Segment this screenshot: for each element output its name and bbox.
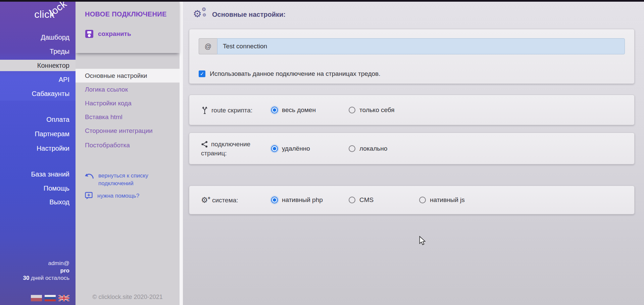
only-self-label: только себя — [359, 106, 395, 114]
sidebar-item-help[interactable]: Помощь — [0, 183, 76, 194]
system-card: система: нативный php CMS нативный js — [189, 186, 635, 214]
copyright-text: © clicklock.site 2020-2021 — [76, 294, 180, 301]
route-icon — [201, 106, 208, 114]
connection-name-input[interactable] — [217, 38, 625, 54]
undo-arrow-icon — [85, 173, 94, 179]
gears-icon — [193, 9, 207, 20]
tab-main-settings[interactable]: Основные настройки — [76, 69, 180, 83]
route-script-label: route скрипта: — [201, 105, 260, 114]
native-php-label: нативный php — [282, 196, 323, 204]
sidebar: click lock Дашборд Треды Коннектор API С… — [0, 0, 76, 305]
option-native-php: нативный php — [271, 196, 323, 204]
connection-name-group: @ — [199, 38, 625, 54]
sidebar-item-logout[interactable]: Выход — [0, 196, 76, 208]
option-remote: удалённо — [271, 145, 310, 152]
page-connection-card: подключение страниц: удалённо локально — [189, 133, 635, 164]
sidebar-item-settings[interactable]: Настройки — [0, 143, 76, 154]
sidebar-item-connector[interactable]: Коннектор — [0, 60, 76, 71]
poland-flag-icon[interactable] — [31, 295, 42, 301]
sidebar-item-threads[interactable]: Треды — [0, 46, 76, 57]
language-switcher — [31, 295, 69, 301]
native-js-radio[interactable] — [419, 197, 426, 203]
native-php-radio[interactable] — [271, 197, 278, 203]
tab-html-insert[interactable]: Вставка html — [76, 110, 180, 124]
main-content: Основные настройки: @ Использовать данно… — [183, 0, 644, 305]
section-header: Основные настройки: — [193, 9, 286, 20]
uk-flag-icon[interactable] — [58, 295, 69, 301]
connection-name-card: @ Использовать данное подключение на стр… — [189, 29, 635, 84]
panel-main-divider — [180, 0, 183, 305]
top-edge-bar — [0, 0, 644, 2]
local-radio[interactable] — [349, 145, 355, 152]
system-label-text: система: — [212, 197, 238, 204]
tab-third-party-integrations[interactable]: Сторонние интеграции — [76, 124, 180, 138]
sidebar-item-dashboard[interactable]: Дашборд — [0, 32, 76, 43]
local-label: локально — [359, 145, 387, 152]
save-icon — [85, 30, 94, 38]
days-number: 30 — [23, 275, 29, 281]
section-title: Основные настройки: — [212, 11, 286, 18]
whole-domain-radio[interactable] — [271, 107, 278, 113]
account-plan: pro — [23, 267, 69, 274]
gear-plus-icon — [201, 196, 209, 204]
account-days-left: 30 дней осталось — [23, 274, 69, 282]
mouse-cursor — [419, 236, 427, 245]
option-whole-domain: весь домен — [271, 106, 316, 114]
sidebar-item-partners[interactable]: Партнерам — [0, 128, 76, 140]
tab-code-settings[interactable]: Настройки кода — [76, 96, 180, 110]
page-connection-label-text: подключение страниц: — [201, 141, 250, 157]
need-help-label: нужна помощь? — [97, 193, 139, 199]
back-to-list-link[interactable]: вернуться к списку подключений — [85, 172, 167, 187]
use-on-threads-row: Использовать данное подключение на стран… — [199, 70, 380, 78]
cms-radio[interactable] — [349, 197, 355, 203]
route-script-label-text: route скрипта: — [211, 106, 252, 113]
native-js-label: нативный js — [430, 196, 465, 204]
connection-panel: Основные настройки Логика ссылок Настрой… — [76, 0, 180, 305]
save-button-label: сохранить — [98, 30, 131, 38]
sidebar-item-subaccounts[interactable]: Сабакаунты — [0, 88, 76, 99]
need-help-link[interactable]: нужна помощь? — [85, 192, 139, 200]
save-button[interactable]: сохранить — [85, 30, 131, 38]
connection-panel-header: НОВОЕ ПОДКЛЮЧЕНИЕ сохранить — [76, 0, 180, 53]
tab-postprocessing[interactable]: Постобработка — [76, 138, 180, 152]
use-on-threads-checkbox[interactable] — [199, 70, 205, 77]
tab-link-logic[interactable]: Логика ссылок — [76, 83, 180, 96]
panel-title: НОВОЕ ПОДКЛЮЧЕНИЕ — [85, 10, 167, 18]
russia-flag-icon[interactable] — [45, 295, 56, 301]
option-cms: CMS — [349, 196, 374, 204]
at-prefix-icon: @ — [199, 38, 217, 54]
route-script-card: route скрипта: весь домен только себя — [189, 95, 635, 125]
sidebar-item-knowledge-base[interactable]: База знаний — [0, 168, 76, 180]
option-only-self: только себя — [349, 106, 395, 114]
app-logo: click lock — [34, 9, 55, 20]
option-local: локально — [349, 145, 387, 152]
whole-domain-label: весь домен — [282, 106, 316, 114]
system-label: система: — [201, 196, 260, 205]
only-self-radio[interactable] — [349, 107, 355, 113]
page-connection-label: подключение страниц: — [201, 140, 260, 158]
back-to-list-label: вернуться к списку подключений — [98, 172, 167, 187]
days-text: дней осталось — [31, 275, 69, 281]
use-on-threads-label: Использовать данное подключение на стран… — [210, 70, 380, 78]
account-email: admin@ — [23, 260, 69, 267]
message-plus-icon — [85, 192, 93, 200]
option-native-js: нативный js — [419, 196, 465, 204]
remote-radio[interactable] — [271, 145, 278, 152]
cms-label: CMS — [359, 196, 374, 204]
sidebar-item-payment[interactable]: Оплата — [0, 114, 76, 125]
sidebar-item-api[interactable]: API — [0, 74, 76, 85]
share-icon — [201, 141, 208, 148]
remote-label: удалённо — [282, 145, 310, 152]
account-info: admin@ pro 30 дней осталось — [23, 260, 69, 282]
